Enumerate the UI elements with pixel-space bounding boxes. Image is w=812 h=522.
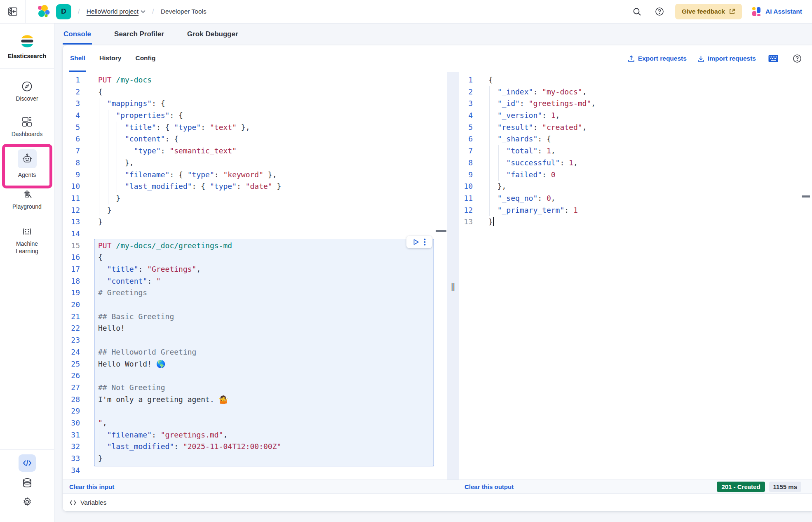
- variables-bar[interactable]: Variables: [63, 493, 812, 511]
- line-number: 12: [63, 205, 87, 216]
- line-number: 15: [63, 240, 87, 252]
- collapse-sidebar-icon[interactable]: [0, 0, 26, 23]
- code-line: 24## Helloworld Greeting: [63, 346, 447, 358]
- ai-assistant-button[interactable]: AI Assistant: [751, 6, 802, 17]
- output-overview-ruler[interactable]: [799, 72, 812, 480]
- agents-icon-wrap: [18, 149, 37, 168]
- code-line: 7 "type": "semantic_text": [63, 145, 447, 157]
- code-line: 19# Greetings: [63, 287, 447, 299]
- code-line: 2{: [63, 86, 447, 98]
- code-line: 5 "title": { "type": "text" },: [63, 122, 447, 134]
- code-line: 5 "result": "created",: [459, 122, 799, 134]
- code-line: 18 "content": ": [63, 275, 447, 287]
- code-line: 29: [63, 405, 447, 417]
- keyboard-shortcuts-icon[interactable]: [767, 52, 780, 65]
- code-line: 12 "_primary_term": 1: [459, 205, 799, 216]
- variables-label: Variables: [80, 499, 106, 506]
- line-number: 32: [63, 441, 87, 453]
- line-number: 29: [63, 405, 87, 417]
- code-line: 8 },: [63, 157, 447, 169]
- code-line: 23: [63, 334, 447, 346]
- code-line: 20: [63, 299, 447, 311]
- code-line: 25Hello World! 🌎: [63, 358, 447, 370]
- line-number: 11: [63, 193, 87, 205]
- sidebar-item-dashboards[interactable]: Dashboards: [0, 116, 54, 138]
- code-line: 12 }: [63, 205, 447, 216]
- dashboards-icon: [21, 116, 33, 127]
- line-number: 7: [459, 145, 479, 157]
- sidebar-item-settings[interactable]: [0, 496, 54, 507]
- request-editor[interactable]: 1PUT /my-docs2{3 "mappings": {4 "propert…: [63, 72, 447, 480]
- line-number: 16: [63, 252, 87, 263]
- code-line: 27## Not Greeting: [63, 382, 447, 394]
- line-number: 8: [459, 157, 479, 169]
- ai-assistant-icon: [751, 6, 762, 17]
- line-number: 3: [63, 98, 87, 110]
- line-number: 17: [63, 263, 87, 275]
- tab-search-profiler[interactable]: Search Profiler: [113, 24, 165, 45]
- clear-input-link[interactable]: Clear this input: [69, 483, 114, 490]
- agents-robot-icon: [21, 153, 33, 165]
- line-number: 6: [63, 133, 87, 145]
- sidebar-item-machine-learning[interactable]: Machine Learning: [0, 226, 54, 255]
- variables-code-icon: [70, 500, 76, 506]
- code-line: 26: [63, 370, 447, 382]
- line-number: 2: [63, 86, 87, 98]
- line-number: 13: [459, 216, 479, 228]
- code-line: 3 "_id": "greetings-md",: [459, 98, 799, 110]
- output-cursor-marker: [802, 195, 810, 198]
- sidebar-item-discover[interactable]: Discover: [0, 81, 54, 103]
- pane-resizer[interactable]: ‖: [447, 72, 459, 480]
- code-icon: [22, 458, 32, 468]
- code-line: 10 "last_modified": { "type": "date" }: [63, 181, 447, 193]
- subtab-config[interactable]: Config: [134, 45, 156, 72]
- line-number: 20: [63, 299, 87, 311]
- code-line: 34: [63, 465, 447, 477]
- project-avatar[interactable]: D: [56, 4, 71, 19]
- tab-grok-debugger[interactable]: Grok Debugger: [186, 24, 239, 45]
- code-line: 14: [63, 228, 447, 240]
- line-number: 24: [63, 346, 87, 358]
- breadcrumb-project-link[interactable]: HelloWorld project: [87, 8, 146, 15]
- tab-console[interactable]: Console: [63, 24, 92, 45]
- line-number: 9: [63, 169, 87, 181]
- console-help-icon[interactable]: [791, 52, 804, 65]
- import-requests-link[interactable]: Import requests: [697, 55, 756, 62]
- response-viewer[interactable]: 1{2 "_index": "my-docs",3 "_id": "greeti…: [459, 72, 799, 480]
- line-number: 34: [63, 465, 87, 477]
- subtab-shell[interactable]: Shell: [69, 45, 86, 72]
- code-line: 15PUT /my-docs/_doc/greetings-md: [63, 240, 447, 252]
- line-number: 27: [63, 382, 87, 394]
- sidebar-item-playground[interactable]: Playground: [0, 189, 54, 211]
- code-line: 11 "_seq_no": 0,: [459, 193, 799, 205]
- line-number: 28: [63, 394, 87, 406]
- line-number: 8: [63, 157, 87, 169]
- chevron-down-icon: [141, 10, 146, 13]
- sidebar-item-agents[interactable]: Agents: [0, 149, 54, 179]
- discover-icon: [21, 81, 33, 92]
- help-icon[interactable]: [653, 5, 666, 18]
- sidebar-divider: [0, 449, 54, 450]
- breadcrumb-page: Developer Tools: [161, 8, 207, 15]
- sidebar-item-data-management[interactable]: [0, 477, 54, 488]
- code-line: 6 "content": {: [63, 133, 447, 145]
- export-requests-link[interactable]: Export requests: [628, 55, 687, 62]
- line-number: 26: [63, 370, 87, 382]
- search-icon[interactable]: [631, 5, 644, 18]
- code-line: 4 "_version": 1,: [459, 110, 799, 122]
- top-header: D / HelloWorld project / Developer Tools…: [0, 0, 812, 24]
- code-line: 3 "mappings": {: [63, 98, 447, 110]
- give-feedback-button[interactable]: Give feedback: [675, 4, 742, 19]
- sidebar-app-elasticsearch[interactable]: Elasticsearch: [0, 33, 54, 59]
- breadcrumb-separator: /: [151, 7, 155, 16]
- subtab-history[interactable]: History: [99, 45, 122, 72]
- code-line: 31 "filename": "greetings.md",: [63, 429, 447, 441]
- code-line: 2 "_index": "my-docs",: [459, 86, 799, 98]
- breadcrumb-separator: /: [77, 7, 81, 16]
- sidebar-divider: [0, 68, 54, 69]
- clear-output-link[interactable]: Clear this output: [465, 483, 514, 490]
- line-number: 31: [63, 429, 87, 441]
- console-action-bar: Clear this input Clear this output 201 -…: [63, 480, 812, 493]
- sidebar-item-devtools[interactable]: [0, 454, 54, 472]
- elastic-logo[interactable]: [36, 5, 50, 19]
